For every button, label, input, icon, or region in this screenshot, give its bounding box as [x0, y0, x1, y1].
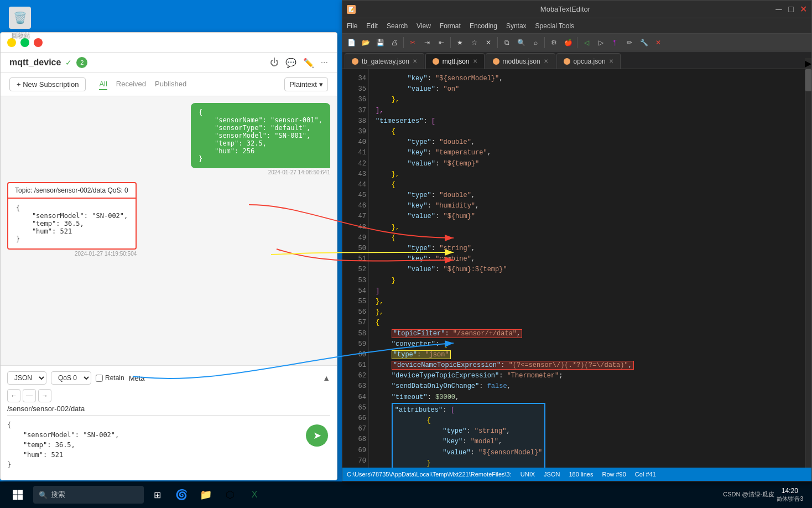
mqtt-toolbar: + New Subscription All Received Publishe…: [1, 73, 337, 96]
forward-button[interactable]: →: [38, 389, 51, 402]
editor-minimize-button[interactable]: ─: [775, 6, 783, 13]
toolbar-indent[interactable]: ⇥: [420, 36, 434, 49]
tab-close-4[interactable]: ✕: [609, 58, 613, 64]
taskbar-explorer[interactable]: 📁: [195, 484, 217, 506]
status-format: JSON: [544, 471, 560, 478]
qos-select[interactable]: QoS 0: [51, 371, 91, 385]
toolbar-outdent[interactable]: ⇤: [435, 36, 448, 49]
meta-button[interactable]: Meta: [129, 374, 145, 382]
tab-all[interactable]: All: [99, 79, 107, 90]
time-display: 14:20: [777, 486, 803, 496]
editor-close-button[interactable]: ✕: [799, 6, 807, 13]
taskbar-excel[interactable]: X: [243, 484, 266, 506]
stop-button[interactable]: —: [23, 389, 36, 402]
taskbar-search[interactable]: 🔍 搜索: [33, 486, 144, 504]
plaintext-selector[interactable]: Plaintext ▾: [284, 77, 328, 91]
editor-statusbar: C:\Users\78735\AppData\Local\Temp\Mxt221…: [342, 468, 811, 481]
toolbar-cut[interactable]: ✂: [406, 36, 419, 49]
editor-maximize-button[interactable]: □: [787, 6, 795, 13]
svg-rect-5: [13, 495, 18, 500]
message-bubble-1: { "sensorName": "sensor-001", "sensorTyp…: [191, 103, 330, 168]
tab-label-2: mqtt.json: [443, 58, 470, 65]
recycle-bin-icon[interactable]: 🗑️ 回收站: [4, 2, 35, 44]
toolbar-replace[interactable]: ⌕: [529, 36, 542, 49]
menu-format[interactable]: Format: [440, 22, 461, 30]
tab-published[interactable]: Published: [155, 79, 186, 90]
status-path: C:\Users\78735\AppData\Local\Temp\Mxt221…: [347, 471, 512, 478]
taskbar-edge[interactable]: 🌀: [170, 484, 192, 506]
power-icon[interactable]: ⏻: [270, 58, 279, 68]
send-button[interactable]: ➤: [306, 424, 328, 447]
tab-received[interactable]: Received: [116, 79, 146, 90]
scrollbar-thumb[interactable]: [805, 69, 811, 91]
chat-icon[interactable]: 💬: [285, 58, 296, 68]
messages-area: { "sensorName": "sensor-001", "sensorTyp…: [1, 96, 337, 365]
recycle-bin-image: 🗑️: [9, 7, 31, 29]
toolbar-open[interactable]: 📂: [359, 36, 372, 49]
toolbar-bookmark2[interactable]: ☆: [467, 36, 481, 49]
topic-input[interactable]: /sensor/sensor-002/data: [7, 402, 330, 416]
menu-syntax[interactable]: Syntax: [506, 22, 527, 30]
editor-body: 3435363738394041424344454647484950515253…: [342, 69, 811, 468]
toolbar-sep-5: [577, 37, 577, 48]
code-area[interactable]: "key": "${sensorModel}", "value": "on" }…: [369, 69, 805, 468]
tab-modbus[interactable]: modbus.json ✕: [486, 53, 555, 69]
toolbar-bookmark[interactable]: ★: [453, 36, 466, 49]
tab-icon-2: [433, 58, 439, 65]
tab-label-1: tb_gateway.json: [362, 58, 409, 65]
toolbar-search[interactable]: 🔍: [514, 36, 528, 49]
tab-tb-gateway[interactable]: tb_gateway.json ✕: [345, 53, 424, 69]
tab-icon-3: [493, 58, 499, 65]
edit-icon[interactable]: ✏️: [303, 58, 314, 68]
toolbar-sep-2: [450, 37, 451, 48]
toolbar-copy2[interactable]: ⧉: [500, 36, 513, 49]
menu-special-tools[interactable]: Special Tools: [535, 22, 575, 30]
taskbar-time: 14:20 简体/拼音3: [777, 486, 803, 504]
more-icon[interactable]: ···: [321, 58, 328, 68]
payload-area[interactable]: { "sensorModel": "SN-002", "temp": 36.5,…: [7, 420, 330, 470]
toolbar-extra1[interactable]: ⚙: [547, 36, 560, 49]
tab-close-3[interactable]: ✕: [544, 58, 548, 64]
taskbar-task-view[interactable]: ⊞: [146, 484, 168, 506]
menu-encoding[interactable]: Encoding: [470, 22, 497, 30]
menu-edit[interactable]: Edit: [366, 22, 378, 30]
format-select[interactable]: JSON: [7, 371, 46, 385]
recycle-bin-label: 回收站: [11, 31, 29, 39]
toolbar-redo[interactable]: ▷: [594, 36, 607, 49]
svg-rect-6: [18, 495, 23, 500]
message-time-1: 2024-01-27 14:08:50:641: [191, 169, 330, 175]
new-subscription-button[interactable]: + New Subscription: [9, 77, 86, 91]
tab-mqtt[interactable]: mqtt.json ✕: [425, 53, 485, 69]
toolbar-save[interactable]: 💾: [373, 36, 387, 49]
retain-checkbox[interactable]: Retain: [96, 374, 124, 382]
toolbar-extra5[interactable]: 🔧: [637, 36, 650, 49]
toolbar-extra6[interactable]: ✕: [652, 36, 665, 49]
tab-icon-1: [352, 58, 358, 65]
menu-file[interactable]: File: [347, 22, 357, 30]
tab-close-1[interactable]: ✕: [413, 58, 417, 64]
toolbar-delete[interactable]: ✕: [482, 36, 495, 49]
taskbar-right: CSDN @清绿·瓜皮 14:20 简体/拼音3: [723, 486, 808, 504]
start-button[interactable]: [4, 481, 31, 508]
collapse-icon[interactable]: ▲: [322, 374, 330, 382]
toolbar-undo[interactable]: ◁: [580, 36, 593, 49]
connection-badge: 2: [76, 57, 87, 68]
editor-app-icon: 📝: [347, 5, 356, 14]
back-button[interactable]: ←: [7, 389, 20, 402]
toolbar-extra3[interactable]: ¶: [608, 36, 622, 49]
toolbar-extra2[interactable]: 🍎: [561, 36, 575, 49]
tab-opcua[interactable]: opcua.json ✕: [556, 53, 621, 69]
menu-search[interactable]: Search: [387, 22, 408, 30]
toolbar-new[interactable]: 📄: [345, 36, 358, 49]
toolbar-print[interactable]: 🖨: [388, 36, 401, 49]
topic-header: Topic: /sensor/sensor-002/data QoS: 0: [7, 182, 137, 199]
scroll-right[interactable]: ▶: [805, 58, 811, 69]
editor-scrollbar[interactable]: [805, 69, 811, 468]
status-lines: 180 lines: [569, 471, 593, 478]
menu-view[interactable]: View: [417, 22, 431, 30]
retain-input[interactable]: [96, 375, 103, 382]
taskbar-cortana[interactable]: ⬡: [219, 484, 241, 506]
tab-close-2[interactable]: ✕: [473, 58, 477, 64]
toolbar-extra4[interactable]: ✏: [623, 36, 636, 49]
editor-title: MobaTextEditor: [360, 5, 771, 13]
